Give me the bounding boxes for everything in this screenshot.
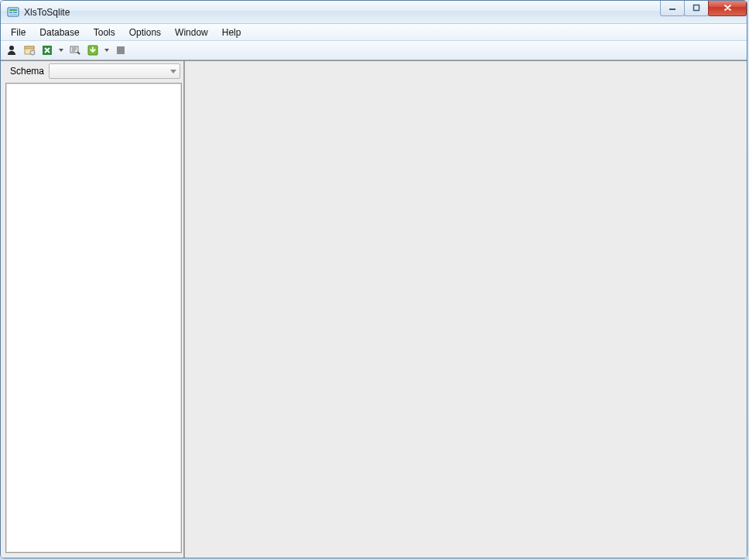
- main-area[interactable]: [188, 61, 747, 558]
- schema-tree[interactable]: [5, 83, 182, 553]
- svg-point-10: [30, 50, 35, 55]
- svg-rect-11: [43, 46, 52, 55]
- client-area: Schema: [1, 60, 747, 558]
- svg-rect-12: [70, 46, 78, 53]
- schema-row: Schema: [1, 61, 183, 81]
- svg-rect-5: [669, 9, 675, 10]
- svg-rect-8: [25, 46, 34, 54]
- window-controls: [661, 0, 747, 16]
- export-icon[interactable]: [85, 43, 101, 58]
- svg-rect-13: [88, 46, 97, 55]
- close-button[interactable]: [708, 0, 747, 16]
- svg-rect-9: [25, 46, 34, 49]
- menu-help[interactable]: Help: [215, 24, 248, 40]
- sidebar: Schema: [1, 61, 185, 558]
- svg-rect-4: [9, 14, 17, 15]
- menu-bar: File Database Tools Options Window Help: [1, 24, 747, 41]
- logon-icon[interactable]: [4, 43, 19, 58]
- svg-rect-3: [13, 12, 17, 13]
- title-bar[interactable]: XlsToSqlite: [1, 1, 747, 24]
- app-icon: [7, 6, 19, 19]
- toolbar: [1, 41, 747, 60]
- svg-point-7: [9, 46, 14, 50]
- app-window: XlsToSqlite File Database Tools Options …: [0, 0, 747, 558]
- open-table-icon[interactable]: [22, 43, 37, 58]
- svg-rect-6: [694, 5, 699, 11]
- svg-rect-0: [8, 8, 19, 16]
- menu-window[interactable]: Window: [168, 24, 215, 40]
- menu-options[interactable]: Options: [122, 24, 168, 40]
- stop-icon[interactable]: [113, 43, 128, 58]
- svg-rect-14: [117, 46, 125, 54]
- menu-tools[interactable]: Tools: [87, 24, 122, 40]
- minimize-button[interactable]: [660, 0, 685, 16]
- menu-database[interactable]: Database: [32, 24, 86, 40]
- excel-icon[interactable]: [39, 43, 55, 58]
- svg-rect-2: [9, 12, 12, 13]
- excel-dropdown-icon[interactable]: [57, 43, 65, 58]
- schema-combo[interactable]: [49, 63, 180, 79]
- window-title: XlsToSqlite: [24, 7, 70, 18]
- maximize-button[interactable]: [684, 0, 709, 16]
- export-dropdown-icon[interactable]: [103, 43, 111, 58]
- query-icon[interactable]: [67, 43, 83, 58]
- svg-rect-1: [9, 9, 17, 11]
- schema-label: Schema: [10, 66, 44, 77]
- menu-file[interactable]: File: [4, 24, 32, 40]
